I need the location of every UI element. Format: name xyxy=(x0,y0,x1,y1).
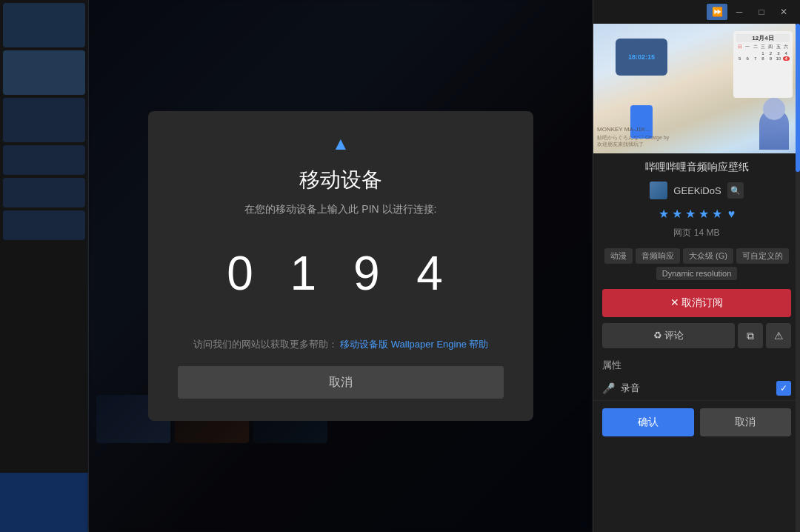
clock-display: 18:02:15 xyxy=(628,53,655,61)
star-4: ★ xyxy=(699,207,709,221)
star-5: ★ xyxy=(712,207,722,221)
bottom-buttons: 确认 取消 xyxy=(593,400,800,444)
close-button[interactable]: ✕ xyxy=(773,4,794,20)
search-icon: 🔍 xyxy=(730,186,741,196)
tag-anime[interactable]: 动漫 xyxy=(604,248,633,264)
recording-property: 🎤 录音 ✓ xyxy=(593,376,800,400)
favorite-button[interactable]: ♥ xyxy=(728,207,736,221)
chevron-up-icon: ▲ xyxy=(332,133,350,154)
title-bar: ⏩ ─ □ ✕ xyxy=(593,0,800,24)
right-panel: ⏩ ─ □ ✕ 18:02:15 12月4日 日 一 二 三 xyxy=(593,0,800,532)
recording-checkbox[interactable]: ✓ xyxy=(776,381,791,396)
warning-button[interactable]: ⚠ xyxy=(766,323,791,348)
maximize-button[interactable]: □ xyxy=(751,4,772,20)
ratings-row: ★ ★ ★ ★ ★ ♥ xyxy=(593,202,800,225)
properties-section-title: 属性 xyxy=(593,351,800,376)
minimize-button[interactable]: ─ xyxy=(729,4,750,20)
sidebar-bottom xyxy=(0,473,88,532)
warning-icon: ⚠ xyxy=(774,330,784,342)
star-3: ★ xyxy=(685,207,696,221)
modal-subtitle: 在您的移动设备上输入此 PIN 以进行连接: xyxy=(244,203,436,216)
calendar-date: 12月4日 xyxy=(736,34,790,42)
author-name: GEEKiDoS xyxy=(673,185,721,196)
anime-character xyxy=(759,109,789,150)
tag-customizable[interactable]: 可自定义的 xyxy=(736,248,789,264)
sidebar-item-3[interactable] xyxy=(3,98,85,142)
wallpaper-preview: 18:02:15 12月4日 日 一 二 三 四 五 六 xyxy=(593,24,800,153)
wallpaper-info: 网页 14 MB xyxy=(593,225,800,245)
mobile-device-modal: ▲ 移动设备 在您的移动设备上输入此 PIN 以进行连接: 0 1 9 4 访问… xyxy=(148,111,533,421)
text-overlay: MONKEY MA-J1K... 贴吧からぐろんな♡ Charge by 欢迎朋… xyxy=(597,126,669,147)
sidebar-item-2[interactable] xyxy=(3,50,85,95)
calendar-grid: 日 一 二 三 四 五 六 1 2 3 4 5 xyxy=(736,44,790,61)
calendar-widget: 12月4日 日 一 二 三 四 五 六 1 2 3 xyxy=(733,31,793,98)
modal-title: 移动设备 xyxy=(299,166,382,194)
tag-audio[interactable]: 音频响应 xyxy=(636,248,680,264)
sidebar-item-4[interactable] xyxy=(3,145,85,175)
modal-cancel-button[interactable]: 取消 xyxy=(178,366,504,399)
unsubscribe-button[interactable]: ✕ 取消订阅 xyxy=(602,289,791,317)
tv-widget: 18:02:15 xyxy=(616,39,667,76)
sidebar xyxy=(0,0,89,532)
modal-overlay: ▲ 移动设备 在您的移动设备上输入此 PIN 以进行连接: 0 1 9 4 访问… xyxy=(89,0,593,532)
recording-label: 录音 xyxy=(621,382,770,395)
author-row: GEEKiDoS 🔍 xyxy=(593,179,800,202)
pin-display: 0 1 9 4 xyxy=(227,246,455,301)
tag-dynamic-resolution[interactable]: Dynamic resolution xyxy=(656,267,738,280)
sidebar-item-5[interactable] xyxy=(3,178,85,207)
microphone-icon: 🎤 xyxy=(602,382,615,394)
scrollbar-thumb[interactable] xyxy=(796,24,800,172)
author-avatar xyxy=(650,182,667,199)
copy-icon: ⧉ xyxy=(747,330,754,342)
scrollbar-track xyxy=(796,24,800,532)
right-panel-content: 18:02:15 12月4日 日 一 二 三 四 五 六 xyxy=(593,24,800,532)
sidebar-item-1[interactable] xyxy=(3,3,85,47)
star-1: ★ xyxy=(659,207,669,221)
modal-help-text: 访问我们的网站以获取更多帮助： 移动设备版 Wallpaper Engine 帮… xyxy=(193,338,489,351)
comment-button[interactable]: ♻ 评论 xyxy=(602,323,735,348)
help-prefix: 访问我们的网站以获取更多帮助： xyxy=(193,339,338,350)
tag-rating[interactable]: 大众级 (G) xyxy=(683,248,733,264)
copy-button[interactable]: ⧉ xyxy=(738,323,763,348)
help-link[interactable]: 移动设备版 Wallpaper Engine 帮助 xyxy=(340,339,488,350)
cancel-button-right[interactable]: 取消 xyxy=(700,408,792,436)
confirm-button[interactable]: 确认 xyxy=(602,408,694,436)
action-row: ♻ 评论 ⧉ ⚠ xyxy=(593,320,800,351)
author-search-button[interactable]: 🔍 xyxy=(727,182,744,199)
tags-row: 动漫 音频响应 大众级 (G) 可自定义的 Dynamic resolution xyxy=(593,245,800,286)
wallpaper-name: 哔哩哔哩音频响应壁纸 xyxy=(593,153,800,179)
star-2: ★ xyxy=(672,207,682,221)
sidebar-item-6[interactable] xyxy=(3,210,85,240)
fast-forward-button[interactable]: ⏩ xyxy=(707,4,727,20)
